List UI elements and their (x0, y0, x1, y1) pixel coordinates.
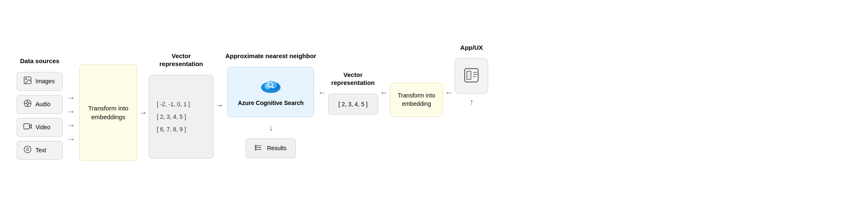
transform-right-section: _ Transform into embedding (390, 68, 443, 117)
svg-point-10 (24, 146, 31, 153)
appux-label: App/UX (460, 44, 483, 52)
audio-icon (23, 99, 32, 110)
transform-left-label: Transform into embeddings (88, 104, 128, 121)
arrow-sources-to-transform-2: → (67, 107, 75, 116)
text-icon (23, 145, 32, 156)
vector-right-section: Vector representation [ 2, 3, 4, 5 ] (328, 71, 378, 115)
video-label: Video (36, 124, 51, 131)
results-label: Results (267, 145, 287, 151)
svg-point-3 (26, 102, 29, 105)
vector-left-label: Vector representation (160, 52, 203, 68)
azure-label: Azure Cognitive Search (238, 99, 303, 107)
vector-right-box: [ 2, 3, 4, 5 ] (328, 94, 378, 115)
list-item: Images (17, 72, 63, 91)
transform-right-label: Transform into embedding (398, 92, 435, 107)
arrow-azure-to-results: ↓ (269, 123, 273, 133)
sources-list: Images Audio (17, 72, 63, 160)
svg-point-1 (25, 78, 27, 79)
arrow-sources-to-transform-3: → (67, 120, 75, 130)
video-icon (23, 122, 32, 133)
audio-label: Audio (36, 101, 51, 108)
list-item: Text (17, 141, 63, 160)
datasources-section: Data sources Images (17, 57, 63, 160)
vector-left-section: Vector representation [ -2, -1, 0, 1 ] [… (149, 52, 214, 159)
transform-right-box: Transform into embedding (390, 83, 443, 117)
arrow-transform-right-to-vector: ← (380, 88, 388, 97)
text-label: Text (36, 147, 46, 154)
vector-right-label: Vector representation (331, 71, 375, 87)
image-icon (23, 76, 32, 87)
results-icon (254, 143, 263, 154)
svg-point-25 (255, 149, 257, 150)
arrow-sources-to-transform-1: → (67, 93, 75, 102)
arrow-sources-to-transform-4: → (67, 134, 75, 144)
list-item: Video (17, 118, 63, 137)
transform-left-box: Transform into embeddings (79, 64, 137, 161)
svg-point-23 (255, 147, 257, 148)
svg-rect-8 (24, 123, 30, 129)
azure-cloud-icon (260, 77, 281, 95)
results-box: Results (246, 138, 296, 158)
arrow-vector-right-to-ann: ← (318, 88, 326, 97)
arrow-vector-to-ann: → (215, 100, 224, 110)
azure-results-group: Azure Cognitive Search ↓ Re (227, 67, 314, 158)
audio-box: Audio (17, 95, 63, 114)
ann-section: Approximate nearest neighbor (225, 52, 316, 158)
vector-row-1: [ -2, -1, 0, 1 ] (157, 101, 206, 108)
arrow-appux-to-transform: ← (445, 88, 453, 97)
ann-label: Approximate nearest neighbor (225, 52, 316, 60)
arrow-up-appux: ↑ (469, 95, 473, 108)
vector-right-value: [ 2, 3, 4, 5 ] (339, 101, 368, 108)
vector-row-3: [ 6, 7, 8, 9 ] (157, 126, 206, 133)
appux-section: App/UX ↑ (455, 44, 488, 108)
video-box: Video (17, 118, 63, 137)
vector-left-box: [ -2, -1, 0, 1 ] [ 2, 3, 4, 5 ] [ 6, 7, … (149, 75, 214, 159)
images-label: Images (36, 78, 55, 85)
azure-box: Azure Cognitive Search (227, 67, 314, 117)
vector-row-2: [ 2, 3, 4, 5 ] (157, 113, 206, 120)
list-item: Audio (17, 95, 63, 114)
appux-icon (463, 67, 480, 85)
transform-left-section: Transform into embeddings (79, 64, 137, 161)
svg-rect-28 (467, 71, 471, 79)
diagram: Data sources Images (0, 41, 868, 169)
appux-box (455, 58, 488, 94)
svg-point-21 (255, 145, 257, 146)
datasources-label: Data sources (20, 57, 59, 65)
images-box: Images (17, 72, 63, 91)
text-box: Text (17, 141, 63, 160)
arrow-transform-to-vector: → (139, 108, 147, 118)
